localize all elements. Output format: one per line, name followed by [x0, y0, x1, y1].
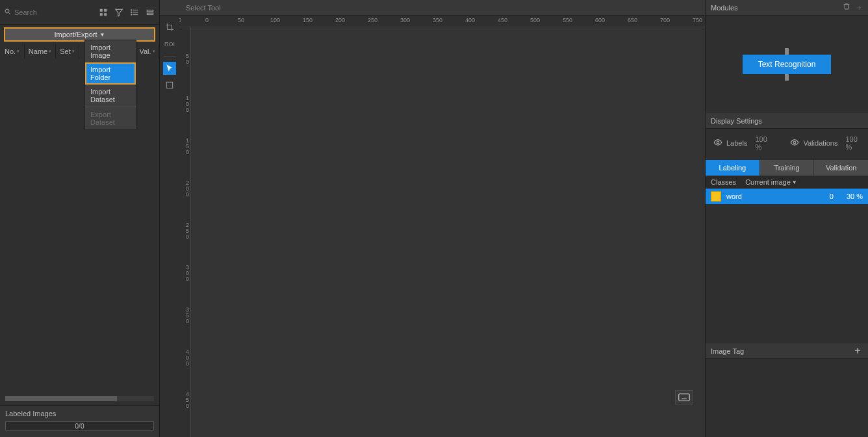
tool-column: ROI [160, 16, 179, 437]
filter-icon[interactable] [114, 7, 124, 18]
search-row [0, 0, 159, 25]
modules-body: Text Recognition [706, 16, 868, 113]
canvas-panel: Select Tool ROI -50 0 50 100 150 200 250 [160, 0, 706, 437]
tab-labeling[interactable]: Labeling [706, 160, 760, 176]
labels-visibility[interactable]: Labels 100 % [713, 135, 771, 151]
svg-rect-5 [104, 13, 107, 16]
svg-point-11 [131, 12, 132, 12]
display-settings-header: Display Settings [706, 113, 868, 129]
col-no[interactable]: No.▾ [0, 44, 25, 59]
svg-rect-16 [679, 394, 690, 401]
col-set[interactable]: Set▾ [56, 44, 79, 59]
tool-crop[interactable] [163, 21, 176, 34]
validations-visibility[interactable]: Validations 100 % [790, 135, 860, 151]
tab-validation[interactable]: Validation [813, 160, 868, 176]
svg-point-0 [5, 9, 9, 13]
class-percent: 30 % [847, 192, 863, 200]
svg-rect-14 [147, 13, 153, 14]
plus-icon[interactable]: ＋ [856, 3, 863, 12]
mode-tabs: Labeling Training Validation [706, 160, 868, 176]
svg-line-1 [9, 12, 11, 14]
modules-header: Modules ＋ [706, 0, 868, 16]
caret-down-icon: ▼ [792, 179, 797, 185]
svg-point-12 [131, 14, 132, 14]
scope-dropdown[interactable]: Current image ▼ [745, 178, 797, 186]
tool-roi[interactable]: ROI [163, 38, 176, 51]
col-name[interactable]: Name▾ [25, 44, 56, 59]
canvas[interactable] [191, 27, 705, 437]
menu-import-folder[interactable]: Import Folder [85, 62, 136, 85]
eye-icon [713, 138, 722, 148]
tool-select[interactable] [163, 62, 176, 75]
display-settings-title: Display Settings [711, 117, 762, 125]
class-name: word [726, 192, 830, 200]
import-export-dropdown: Import Image Import Folder Import Datase… [84, 40, 136, 130]
left-panel: Import/Export ▼ No.▾ Name▾ Set▾ Val.▾ Im… [0, 0, 160, 437]
svg-rect-13 [147, 10, 153, 11]
import-export-label: Import/Export [55, 31, 97, 38]
labeled-images-title: Labeled Images [5, 410, 154, 417]
menu-import-dataset[interactable]: Import Dataset [85, 85, 136, 107]
right-panel: Modules ＋ Text Recognition Display Setti… [706, 0, 868, 437]
image-tag-body [706, 359, 868, 437]
class-count: 0 [830, 192, 834, 200]
trash-icon[interactable] [843, 3, 850, 12]
tool-title: Select Tool [186, 4, 221, 12]
labeled-images-count: 0/0 [75, 423, 84, 430]
image-tag-header: Image Tag ＋ [706, 343, 868, 359]
classes-body [706, 204, 868, 343]
caret-down-icon: ▼ [100, 32, 105, 38]
menu-export-dataset: Export Dataset [85, 107, 136, 129]
svg-point-10 [131, 9, 132, 10]
add-tag-button[interactable]: ＋ [852, 344, 863, 358]
menu-import-image[interactable]: Import Image [85, 40, 136, 62]
svg-point-23 [794, 141, 797, 144]
scrollbar-thumb[interactable] [5, 396, 117, 401]
vertical-ruler: 5 0 1 0 0 1 5 0 2 0 0 2 5 0 3 0 0 3 5 0 … [179, 27, 191, 437]
tool-header: Select Tool [160, 0, 705, 16]
labeled-images-panel: Labeled Images 0/0 [0, 405, 159, 437]
svg-rect-3 [104, 8, 107, 11]
modules-title: Modules [711, 4, 738, 12]
svg-rect-2 [100, 8, 103, 11]
stack-icon[interactable] [145, 7, 155, 18]
search-input[interactable] [14, 8, 73, 16]
svg-rect-4 [100, 13, 103, 16]
keyboard-icon[interactable] [675, 390, 693, 404]
list-icon[interactable] [129, 7, 140, 18]
labeled-images-progress: 0/0 [5, 421, 154, 430]
tab-training[interactable]: Training [760, 160, 814, 176]
classes-label: Classes [711, 178, 736, 186]
svg-point-22 [717, 141, 719, 144]
grid-view-icon[interactable] [98, 7, 108, 18]
class-row-word[interactable]: word 0 30 % [706, 189, 868, 204]
svg-rect-15 [166, 82, 172, 88]
eye-icon [790, 138, 799, 148]
search-icon [4, 8, 12, 17]
class-color-swatch [711, 191, 721, 202]
search-box[interactable] [4, 8, 96, 17]
col-val[interactable]: Val.▾ [136, 44, 159, 59]
tool-rect[interactable] [163, 79, 176, 92]
classes-toolbar: Classes Current image ▼ [706, 176, 868, 189]
image-tag-title: Image Tag [711, 347, 744, 355]
module-name: Text Recognition [758, 60, 816, 69]
display-settings-body: Labels 100 % Validations 100 % [706, 129, 868, 160]
horizontal-ruler: -50 0 50 100 150 200 250 300 350 400 450… [179, 16, 705, 27]
module-node[interactable]: Text Recognition [743, 55, 832, 74]
horizontal-scrollbar[interactable] [5, 396, 154, 401]
svg-marker-6 [116, 9, 123, 16]
